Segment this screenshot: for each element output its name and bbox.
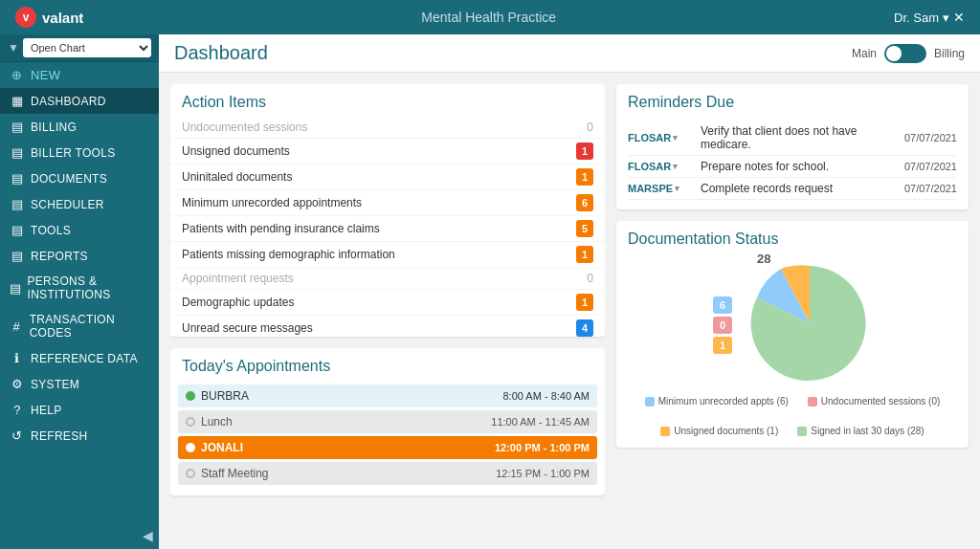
action-row-undocumented[interactable]: Undocumented sessions 0	[170, 117, 605, 139]
badge-unrecorded: 6	[576, 194, 593, 211]
sidebar: ▼ Open Chart ⊕ NEW ▦ DASHBOARD ▤ BILLING…	[0, 34, 159, 549]
appt-row-staff-meeting[interactable]: Staff Meeting 12:15 PM - 1:00 PM	[178, 462, 597, 485]
action-row-uninitaled[interactable]: Uninitaled documents 1	[170, 165, 605, 190]
right-panel: Reminders Due FLOSAR ▾ Verify that clien…	[605, 84, 969, 538]
main-count-label: 28	[757, 252, 770, 266]
legend-item-green: Signed in last 30 days (28)	[797, 426, 924, 436]
action-items-card: Action Items Undocumented sessions 0 Uns…	[170, 84, 605, 337]
sidebar-item-documents[interactable]: ▤ DOCUMENTS	[0, 165, 159, 191]
app-logo: v valant	[15, 7, 83, 28]
sidebar-item-tools[interactable]: ▤ TOOLS	[0, 217, 159, 243]
legend-item-blue: Minimum unrecorded appts (6)	[645, 396, 789, 406]
sidebar-item-scheduler[interactable]: ▤ SCHEDULER	[0, 191, 159, 217]
doc-status-card: Documentation Status 6 0 1 28	[616, 221, 969, 448]
toggle-main-label: Main	[852, 47, 877, 60]
sidebar-item-reports[interactable]: ▤ REPORTS	[0, 243, 159, 269]
left-panel: Action Items Undocumented sessions 0 Uns…	[170, 84, 605, 538]
system-icon: ⚙	[10, 377, 25, 391]
action-row-missing-demo[interactable]: Patients missing demographic information…	[170, 242, 605, 268]
persons-icon: ▤	[10, 281, 22, 296]
action-row-demo-updates[interactable]: Demographic updates 1	[170, 290, 605, 316]
sidebar-item-reference[interactable]: ℹ REFERENCE DATA	[0, 345, 159, 371]
billing-icon: ▤	[10, 120, 25, 134]
appt-row-burbra[interactable]: BURBRA 8:00 AM - 8:40 AM	[178, 384, 597, 407]
sidebar-item-persons[interactable]: ▤ PERSONS & INSTITUTIONS	[0, 269, 159, 307]
page-title: Dashboard	[174, 42, 268, 64]
reference-icon: ℹ	[10, 351, 25, 365]
count-badges: 6 0 1	[713, 296, 732, 354]
scheduler-icon: ▤	[10, 197, 25, 211]
transaction-icon: #	[10, 319, 24, 334]
sidebar-item-dashboard[interactable]: ▦ DASHBOARD	[0, 88, 159, 114]
biller-tools-icon: ▤	[10, 145, 25, 160]
sidebar-item-new[interactable]: ⊕ NEW	[0, 62, 159, 88]
reminders-title: Reminders Due	[616, 84, 969, 117]
badge-uninitaled: 1	[576, 168, 593, 186]
user-menu-icon[interactable]: ▾	[943, 11, 949, 25]
pie-chart-wrapper: 28	[747, 261, 872, 388]
logo-icon: v	[15, 7, 36, 28]
content-header: Dashboard Main Billing	[159, 34, 980, 73]
badge-unsigned-docs: 1	[576, 143, 593, 160]
help-icon: ?	[10, 403, 25, 417]
badge-secure-msg: 4	[576, 319, 593, 337]
action-row-secure-msg[interactable]: Unread secure messages 4	[170, 316, 605, 337]
action-row-unsigned-docs[interactable]: Unsigned documents 1	[170, 139, 605, 165]
main-billing-toggle: Main Billing	[852, 44, 965, 63]
doc-status-title: Documentation Status	[616, 221, 969, 253]
reminder-row-flosar-2[interactable]: FLOSAR ▾ Prepare notes for school. 07/07…	[628, 156, 957, 178]
appt-status-dot	[186, 391, 195, 401]
legend-dot-orange	[660, 427, 670, 436]
toggle-switch[interactable]	[884, 44, 926, 63]
sidebar-search: ▼ Open Chart	[0, 34, 159, 62]
user-name: Dr. Sam	[894, 11, 939, 25]
sidebar-item-biller-tools[interactable]: ▤ BILLER TOOLS	[0, 140, 159, 165]
reports-icon: ▤	[10, 249, 25, 263]
sidebar-item-billing[interactable]: ▤ BILLING	[0, 114, 159, 140]
appointments-list: BURBRA 8:00 AM - 8:40 AM Lunch 11:00 AM …	[170, 381, 605, 495]
toggle-billing-label: Billing	[934, 47, 965, 60]
sidebar-item-system[interactable]: ⚙ SYSTEM	[0, 371, 159, 397]
documents-icon: ▤	[10, 171, 25, 186]
doc-status-body: 6 0 1 28	[616, 253, 969, 448]
open-chart-select[interactable]: Open Chart	[23, 38, 151, 57]
count-badge-red: 0	[713, 317, 732, 334]
legend-item-red: Undocumented sessions (0)	[808, 396, 941, 406]
action-items-title: Action Items	[170, 84, 605, 117]
badge-demo-updates: 1	[576, 294, 593, 311]
count-badge-orange: 1	[713, 337, 732, 354]
reminder-row-marspe[interactable]: MARSPE ▾ Complete records request 07/07/…	[628, 178, 957, 200]
action-row-appt-requests[interactable]: Appointment requests 0	[170, 268, 605, 290]
legend-item-orange: Unsigned documents (1)	[660, 426, 778, 436]
action-items-list: Undocumented sessions 0 Unsigned documen…	[170, 117, 605, 337]
dashboard-body: Action Items Undocumented sessions 0 Uns…	[159, 73, 980, 549]
sidebar-item-transaction[interactable]: # TRANSACTION CODES	[0, 307, 159, 345]
tools-icon: ▤	[10, 223, 25, 237]
refresh-icon: ↺	[10, 428, 25, 443]
legend-dot-green	[797, 427, 807, 436]
action-row-pending-insurance[interactable]: Patients with pending insurance claims 5	[170, 216, 605, 242]
sidebar-item-refresh[interactable]: ↺ REFRESH	[0, 423, 159, 449]
close-icon[interactable]: ✕	[953, 10, 965, 25]
sidebar-item-help[interactable]: ? HELP	[0, 397, 159, 423]
legend-dot-red	[808, 397, 817, 406]
reminders-table: FLOSAR ▾ Verify that client does not hav…	[616, 117, 969, 209]
badge-demo: 1	[576, 246, 593, 263]
filter-icon: ▼	[8, 41, 19, 55]
app-title: Mental Health Practice	[421, 10, 556, 25]
legend-dot-blue	[645, 397, 655, 406]
appointments-card: Today's Appointments BURBRA 8:00 AM - 8:…	[170, 348, 605, 495]
count-badge-blue: 6	[713, 296, 732, 314]
reminder-row-flosar-1[interactable]: FLOSAR ▾ Verify that client does not hav…	[628, 121, 957, 156]
sidebar-nav: ⊕ NEW ▦ DASHBOARD ▤ BILLING ▤ BILLER TOO…	[0, 62, 159, 522]
appt-row-jonali[interactable]: JONALI 12:00 PM - 1:00 PM	[178, 436, 597, 459]
pie-chart	[747, 261, 872, 385]
appt-status-dot	[186, 417, 195, 427]
action-row-unrecorded[interactable]: Minimum unrecorded appointments 6	[170, 190, 605, 216]
dashboard-icon: ▦	[10, 94, 25, 108]
appt-status-dot	[186, 469, 195, 478]
app-name: valant	[42, 10, 83, 26]
sidebar-collapse-button[interactable]: ◀	[0, 522, 159, 549]
doc-status-legend: Minimum unrecorded appts (6) Undocumente…	[628, 396, 957, 436]
appt-row-lunch[interactable]: Lunch 11:00 AM - 11:45 AM	[178, 410, 597, 433]
